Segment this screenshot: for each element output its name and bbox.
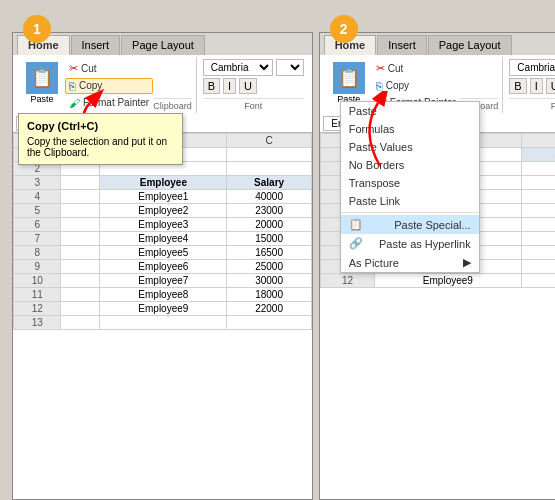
panel-2: 2 Home Insert Page Layout 📋 Paste ✂ Cut <box>319 32 555 500</box>
font-size-select-1[interactable]: 12 <box>276 59 304 76</box>
scissors-icon-1: ✂ <box>69 62 78 75</box>
bold-button-2[interactable]: B <box>509 78 526 94</box>
font-label-2: Font <box>509 98 555 111</box>
context-item-paste-special[interactable]: 📋Paste Special... <box>341 215 479 234</box>
table-row: 13 <box>14 316 312 330</box>
hyperlink-icon: 🔗 <box>349 237 363 250</box>
context-item-as-picture[interactable]: As Picture ▶ <box>341 253 479 272</box>
paste-icon-2: 📋 <box>333 62 365 94</box>
tab-pagelayout-2[interactable]: Page Layout <box>428 35 512 55</box>
font-row-2: Cambria 12 <box>509 59 555 76</box>
paste-icon-1: 📋 <box>26 62 58 94</box>
context-menu-2: Paste Formulas Paste Values No Borders T… <box>340 101 480 273</box>
tab-pagelayout-1[interactable]: Page Layout <box>121 35 205 55</box>
brush-icon-1: 🖌 <box>69 97 80 109</box>
cut-label-1: Cut <box>81 63 97 74</box>
font-select-1[interactable]: Cambria <box>203 59 273 76</box>
ribbon-tabs-1: Home Insert Page Layout <box>13 33 312 55</box>
format-painter-label-1: Format Painter <box>83 97 149 108</box>
font-group-2: Cambria 12 B I U Font <box>505 57 555 113</box>
context-item-no-borders[interactable]: No Borders <box>341 156 479 174</box>
table-row: 8Employee516500 <box>14 246 312 260</box>
bold-button-1[interactable]: B <box>203 78 220 94</box>
spreadsheet-1: A B C 1 2 3EmployeeSalary 4Employee14000… <box>13 133 312 499</box>
scissors-icon-2: ✂ <box>376 62 385 75</box>
tooltip-title-1: Copy (Ctrl+C) <box>27 120 174 132</box>
col-header-C-1[interactable]: C <box>227 134 311 148</box>
table-row: 3EmployeeSalary <box>14 176 312 190</box>
context-item-transpose[interactable]: Transpose <box>341 174 479 192</box>
cut-button-2[interactable]: ✂ Cut <box>372 60 460 77</box>
copy-button-2[interactable]: ⎘ Copy <box>372 78 460 94</box>
table-row: 11Employee818000 <box>14 288 312 302</box>
italic-button-2[interactable]: I <box>530 78 543 94</box>
copy-label-2: Copy <box>386 80 409 91</box>
context-item-paste-hyperlink[interactable]: 🔗Paste as Hyperlink <box>341 234 479 253</box>
tooltip-description-1: Copy the selection and put it on the Cli… <box>27 136 174 158</box>
submenu-arrow-icon: ▶ <box>463 256 471 269</box>
italic-button-1[interactable]: I <box>223 78 236 94</box>
table-row: 7Employee415000 <box>14 232 312 246</box>
context-item-paste-link[interactable]: Paste Link <box>341 192 479 210</box>
context-separator <box>341 212 479 213</box>
cut-label-2: Cut <box>388 63 404 74</box>
paste-special-icon: 📋 <box>349 218 363 231</box>
font-label-1: Font <box>203 98 304 111</box>
table-row: 12Employee922000 <box>14 302 312 316</box>
clipboard-buttons-1: ✂ Cut ⎘ Copy 🖌 Format Painter <box>63 59 153 111</box>
underline-button-2[interactable]: U <box>546 78 555 94</box>
table-row: 6Employee320000 <box>14 218 312 232</box>
clipboard-label-1: Clipboard <box>153 98 192 111</box>
ribbon-content-1: 📋 Paste ✂ Cut ⎘ Copy 🖌 Format <box>13 55 312 115</box>
context-item-paste-values[interactable]: Paste Values <box>341 138 479 156</box>
table-row: 12Employee922000 <box>320 274 555 288</box>
copy-icon-2: ⎘ <box>376 80 383 92</box>
underline-button-1[interactable]: U <box>239 78 257 94</box>
paste-button-2[interactable]: 📋 Paste <box>328 59 370 107</box>
font-select-2[interactable]: Cambria <box>509 59 555 76</box>
paste-button-1[interactable]: 📋 Paste <box>21 59 63 107</box>
copy-button-1[interactable]: ⎘ Copy <box>65 78 153 94</box>
clipboard-group-1: 📋 Paste ✂ Cut ⎘ Copy 🖌 Format <box>17 57 197 113</box>
table-row: 4Employee140000 <box>14 190 312 204</box>
copy-icon-1: ⎘ <box>69 80 76 92</box>
paste-label-1: Paste <box>30 94 53 104</box>
tab-insert-2[interactable]: Insert <box>377 35 427 55</box>
copy-label-1: Copy <box>79 80 102 91</box>
tooltip-1: Copy (Ctrl+C) Copy the selection and put… <box>18 113 183 165</box>
format-painter-button-1[interactable]: 🖌 Format Painter <box>65 95 153 111</box>
context-item-paste[interactable]: Paste <box>341 102 479 120</box>
table-row: 9Employee625000 <box>14 260 312 274</box>
col-header-E-2[interactable]: E <box>521 134 555 148</box>
font-group-1: Cambria 12 B I U Font <box>199 57 308 113</box>
table-row: 5Employee223000 <box>14 204 312 218</box>
font-format-row-1: B I U <box>203 78 304 94</box>
step-badge-1: 1 <box>23 15 51 43</box>
panel-1: 1 Home Insert Page Layout 📋 Paste ✂ <box>12 32 313 500</box>
font-format-row-2: B I U <box>509 78 555 94</box>
tab-insert-1[interactable]: Insert <box>71 35 121 55</box>
step-badge-2: 2 <box>330 15 358 43</box>
font-row-1: Cambria 12 <box>203 59 304 76</box>
cut-button-1[interactable]: ✂ Cut <box>65 60 153 77</box>
context-item-formulas[interactable]: Formulas <box>341 120 479 138</box>
table-row: 10Employee730000 <box>14 274 312 288</box>
